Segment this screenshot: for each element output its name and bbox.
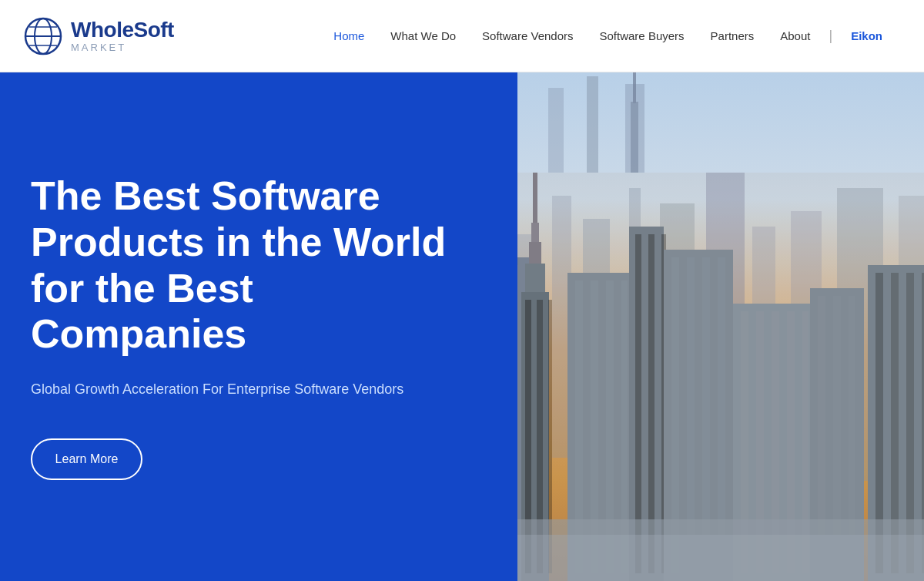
nav-software-buyers[interactable]: Software Buyers — [589, 25, 695, 47]
nav-what-we-do[interactable]: What We Do — [380, 25, 467, 47]
logo-subtitle: MARKET — [71, 42, 174, 52]
nav-about[interactable]: About — [769, 25, 821, 47]
main-nav: Home What We Do Software Vendors Softwar… — [323, 25, 893, 47]
hero-title: The Best Software Products in the World … — [31, 173, 479, 358]
logo-name: WholeSoft — [71, 19, 174, 41]
logo-text: WholeSoft MARKET — [71, 19, 174, 52]
svg-rect-12 — [631, 102, 638, 173]
nav-divider: | — [829, 28, 832, 44]
site-header: WholeSoft MARKET Home What We Do Softwar… — [0, 0, 924, 72]
nav-software-vendors[interactable]: Software Vendors — [471, 25, 584, 47]
hero-section: The Best Software Products in the World … — [0, 72, 924, 581]
svg-rect-9 — [587, 76, 598, 173]
logo[interactable]: WholeSoft MARKET — [23, 16, 174, 56]
hero-left-panel: The Best Software Products in the World … — [0, 72, 517, 581]
hero-subtitle: Global Growth Acceleration For Enterpris… — [31, 379, 479, 400]
logo-icon — [23, 16, 63, 56]
nav-home[interactable]: Home — [323, 25, 375, 47]
nav-partners[interactable]: Partners — [700, 25, 765, 47]
nav-eikon[interactable]: Eikon — [840, 25, 893, 47]
svg-rect-8 — [548, 88, 564, 173]
learn-more-button[interactable]: Learn More — [31, 438, 142, 480]
svg-rect-11 — [633, 72, 636, 103]
